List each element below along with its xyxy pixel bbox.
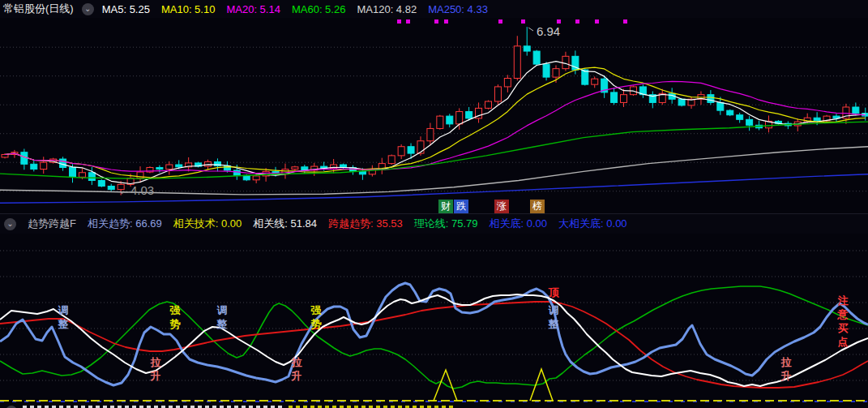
ticker-badge-涨[interactable]: 涨 [494, 200, 509, 213]
stock-app-window: 常铝股份(日线) ⌄ MA5: 5.25MA10: 5.10MA20: 5.14… [0, 0, 868, 408]
indicator-annotation-强势: 强势 [169, 303, 182, 331]
indicator-annotation-顶: 顶 [547, 286, 560, 299]
ma-readout-ma20: MA20: 5.14 [226, 3, 280, 15]
indicator-annotation-调整: 调整 [547, 303, 560, 331]
high-price-annotation: 6.94 [537, 24, 560, 38]
indicator-field: 大相关底: 0.00 [558, 217, 627, 231]
indicator-readouts: 相关趋势: 66.69相关技术: 0.00相关线: 51.84跨越趋势: 35.… [88, 217, 627, 231]
stock-title: 常铝股份(日线) [3, 2, 74, 16]
indicator-annotation-拉升: 拉升 [780, 355, 793, 383]
indicator-annotation-调整: 调整 [216, 303, 229, 331]
indicator-field: 相关趋势: 66.69 [88, 217, 162, 231]
indicator-field: 理论线: 75.79 [414, 217, 478, 231]
ma-readout-ma120: MA120: 4.82 [357, 3, 417, 15]
ticker-badge-财[interactable]: 财 [438, 200, 453, 213]
ma-readout-ma5: MA5: 5.25 [102, 3, 150, 15]
candlestick-chart[interactable]: 6.94←4.03 [0, 18, 868, 209]
indicator-chart[interactable] [0, 233, 868, 408]
indicator-field: 相关技术: 0.00 [173, 217, 242, 231]
indicator-header: ⌄ 趋势跨越F 相关趋势: 66.69相关技术: 0.00相关线: 51.84跨… [0, 213, 868, 234]
indicator-field: 跨越趋势: 35.53 [328, 217, 403, 231]
indicator-collapse-chevron-icon[interactable]: ⌄ [4, 218, 16, 230]
ma-readout-ma250: MA250: 4.33 [428, 3, 488, 15]
indicator-annotation-调整: 调整 [57, 303, 70, 331]
low-price-annotation: ←4.03 [118, 183, 154, 197]
indicator-field: 相关底: 0.00 [490, 217, 548, 231]
main-chart-header: 常铝股份(日线) ⌄ MA5: 5.25MA10: 5.10MA20: 5.14… [0, 0, 868, 18]
indicator-annotation-拉升: 拉升 [149, 355, 162, 383]
ma-readouts: MA5: 5.25MA10: 5.10MA20: 5.14MA60: 5.26M… [102, 3, 488, 15]
indicator-name[interactable]: 趋势跨越F [28, 217, 76, 231]
indicator-line-蓝线 [0, 283, 868, 385]
indicator-annotation-强势: 强势 [310, 303, 323, 331]
collapse-chevron-icon[interactable]: ⌄ [82, 3, 94, 15]
ma-readout-ma60: MA60: 5.26 [292, 3, 346, 15]
indicator-field: 相关线: 51.84 [253, 217, 317, 231]
ticker-badge-跌[interactable]: 跌 [454, 200, 468, 213]
indicator-annotation-注意买点: 注意买点 [836, 294, 849, 349]
ticker-badge-榜[interactable]: 榜 [530, 200, 545, 213]
indicator-annotation-拉升: 拉升 [290, 355, 303, 383]
indicator-line-绿线 [0, 286, 868, 389]
indicator-line-红线 [0, 302, 868, 388]
ma-readout-ma10: MA10: 5.10 [161, 3, 216, 15]
